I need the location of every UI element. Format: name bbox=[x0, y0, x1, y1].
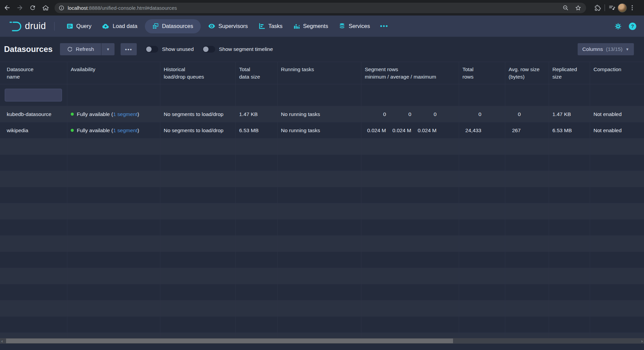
nav-tab-label: Services bbox=[349, 23, 370, 29]
show-unused-label: Show unused bbox=[162, 46, 194, 52]
database-icon bbox=[339, 23, 345, 29]
compaction-cell: Not enabled bbox=[590, 122, 644, 138]
empty-table-row bbox=[0, 284, 644, 300]
extensions-icon[interactable] bbox=[594, 4, 601, 11]
cloud-upload-icon bbox=[102, 23, 109, 29]
nav-tab-label: Query bbox=[76, 23, 92, 29]
columns-count: (13/15) bbox=[606, 46, 622, 52]
url-text: localhost:8888/unified-console.html#data… bbox=[68, 5, 177, 11]
total-data-size-cell: 1.47 KB bbox=[236, 106, 278, 122]
col-header-segment-rows[interactable]: Segment rowsminimum / average / maximum bbox=[361, 62, 459, 84]
druid-navbar: druid Query Load data Datasources Superv… bbox=[0, 16, 644, 37]
col-header-total-data-size[interactable]: Totaldata size bbox=[236, 62, 278, 84]
scrollbar-thumb[interactable] bbox=[6, 339, 453, 343]
home-button[interactable] bbox=[40, 2, 51, 13]
nav-tab-query[interactable]: Query bbox=[61, 19, 97, 33]
total-rows-cell: 24,433 bbox=[459, 122, 505, 138]
datasource-name-filter-input[interactable] bbox=[5, 89, 62, 101]
multi-table-icon bbox=[152, 23, 159, 29]
refresh-button[interactable]: Refresh bbox=[60, 43, 101, 55]
empty-table-row bbox=[0, 139, 644, 155]
reload-button[interactable] bbox=[27, 2, 38, 13]
refresh-split-button: Refresh ▼ bbox=[60, 43, 115, 55]
nav-tab-datasources[interactable]: Datasources bbox=[145, 19, 201, 33]
caret-down-icon: ▼ bbox=[625, 47, 629, 51]
refresh-label: Refresh bbox=[76, 46, 94, 52]
col-header-load-drop[interactable]: Historicalload/drop queues bbox=[160, 62, 236, 84]
nav-tab-tasks[interactable]: Tasks bbox=[253, 19, 288, 33]
available-status-dot bbox=[71, 113, 74, 116]
avg-row-size-cell: 0 bbox=[505, 106, 549, 122]
col-header-availability[interactable]: Availability bbox=[67, 62, 160, 84]
help-icon[interactable]: ? bbox=[629, 22, 637, 30]
more-actions-button[interactable]: ••• bbox=[121, 43, 137, 55]
url-bar[interactable]: localhost:8888/unified-console.html#data… bbox=[55, 3, 586, 13]
gantt-icon bbox=[259, 23, 265, 29]
refresh-dropdown-button[interactable]: ▼ bbox=[101, 43, 115, 55]
forward-button[interactable] bbox=[14, 2, 26, 13]
running-tasks-cell: No running tasks bbox=[278, 122, 361, 138]
show-unused-toggle[interactable] bbox=[146, 46, 158, 53]
horizontal-scrollbar[interactable]: ‹ › bbox=[0, 338, 644, 344]
console-icon bbox=[67, 23, 73, 29]
scroll-left-arrow-icon[interactable]: ‹ bbox=[1, 338, 3, 344]
avg-row-size-cell: 267 bbox=[505, 122, 549, 138]
show-segment-timeline-toggle[interactable] bbox=[202, 46, 215, 53]
nav-tab-label: Segments bbox=[303, 23, 328, 29]
compaction-cell: Not enabled bbox=[590, 106, 644, 122]
back-button[interactable] bbox=[1, 2, 13, 13]
home-icon bbox=[42, 4, 49, 11]
col-header-avg-row-size[interactable]: Avg. row size(bytes) bbox=[505, 62, 549, 84]
table-row-kubedb-datasource[interactable]: kubedb-datasource Fully available (1 seg… bbox=[0, 106, 644, 122]
bookmark-star-icon[interactable] bbox=[575, 5, 581, 11]
segment-count-link[interactable]: 1 segment bbox=[113, 111, 137, 117]
segment-rows-cell: 0.024 M 0.024 M 0.024 M bbox=[361, 122, 459, 138]
show-segment-timeline-toggle-group: Show segment timeline bbox=[202, 46, 273, 53]
total-data-size-cell: 6.53 MB bbox=[236, 122, 278, 138]
empty-table-row bbox=[0, 236, 644, 252]
segment-rows-cell: 0 0 0 bbox=[361, 106, 459, 122]
url-host: localhost bbox=[68, 5, 88, 11]
show-unused-toggle-group: Show unused bbox=[146, 46, 194, 53]
profile-avatar[interactable] bbox=[618, 3, 627, 12]
running-tasks-cell: No running tasks bbox=[278, 106, 361, 122]
browser-actions bbox=[589, 3, 639, 12]
caret-down-icon: ▼ bbox=[106, 47, 110, 51]
availability-cell: Fully available (1 segment) bbox=[67, 122, 160, 138]
forward-icon bbox=[16, 4, 24, 11]
scroll-right-arrow-icon[interactable]: › bbox=[641, 338, 643, 344]
settings-gear-icon[interactable] bbox=[614, 23, 622, 30]
empty-table-row bbox=[0, 300, 644, 317]
empty-table-row bbox=[0, 317, 644, 333]
col-header-total-rows[interactable]: Totalrows bbox=[459, 62, 505, 84]
col-header-replicated-size[interactable]: Replicatedsize bbox=[549, 62, 590, 84]
zoom-icon[interactable] bbox=[562, 5, 569, 11]
media-controls-icon[interactable] bbox=[608, 4, 616, 11]
datasources-table: Datasourcename Availability Historicallo… bbox=[0, 62, 644, 338]
site-info-icon[interactable] bbox=[59, 5, 64, 11]
empty-table-row bbox=[0, 252, 644, 268]
nav-tab-supervisors[interactable]: Supervisors bbox=[203, 19, 253, 33]
table-row-wikipedia[interactable]: wikipedia Fully available (1 segment) No… bbox=[0, 122, 644, 139]
nav-tab-segments[interactable]: Segments bbox=[288, 19, 333, 33]
empty-table-row bbox=[0, 155, 644, 171]
toggle-knob bbox=[203, 47, 208, 52]
bar-chart-icon bbox=[293, 23, 300, 29]
empty-table-row bbox=[0, 220, 644, 236]
table-header-row: Datasourcename Availability Historicallo… bbox=[0, 62, 644, 84]
nav-tab-services[interactable]: Services bbox=[333, 19, 375, 33]
nav-tab-label: Load data bbox=[112, 23, 137, 29]
col-header-compaction[interactable]: Compaction bbox=[590, 62, 644, 84]
col-header-datasource-name[interactable]: Datasourcename bbox=[0, 62, 67, 84]
nav-tab-load-data[interactable]: Load data bbox=[97, 19, 142, 33]
back-icon bbox=[3, 4, 11, 11]
druid-brand[interactable]: druid bbox=[9, 21, 46, 32]
load-drop-cell: No segments to load/drop bbox=[160, 106, 236, 122]
empty-table-row bbox=[0, 171, 644, 187]
empty-table-row bbox=[0, 333, 644, 338]
nav-more-button[interactable]: ••• bbox=[375, 23, 393, 30]
columns-button[interactable]: Columns (13/15) ▼ bbox=[578, 43, 634, 55]
browser-menu-icon[interactable] bbox=[629, 4, 636, 11]
segment-count-link[interactable]: 1 segment bbox=[113, 127, 137, 133]
col-header-running-tasks[interactable]: Running tasks bbox=[278, 62, 361, 84]
